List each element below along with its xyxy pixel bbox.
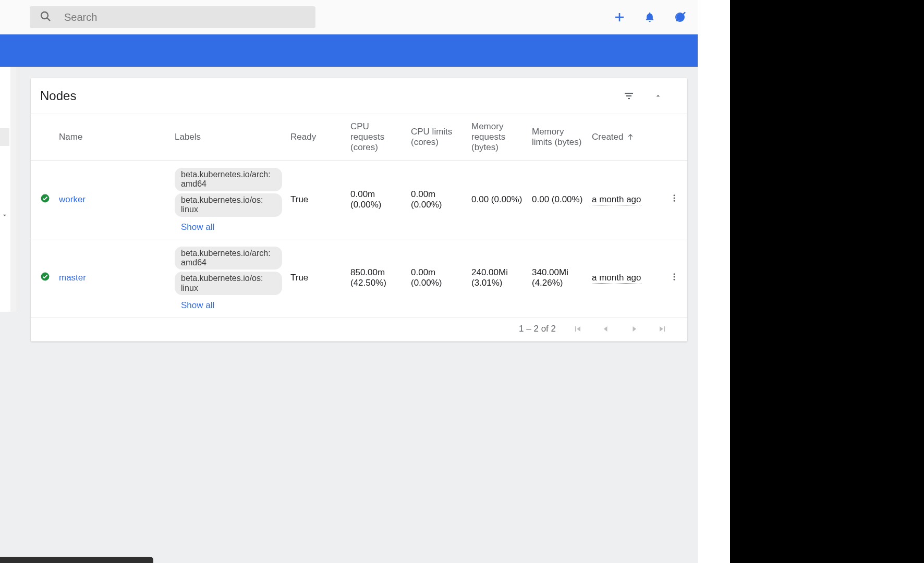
label-chip: beta.kubernetes.io/arch: amd64 [175, 168, 282, 191]
cell-cpu-req: 0.00m (0.00%) [346, 161, 407, 239]
nodes-table: Name Labels Ready CPU requests (cores) C… [31, 114, 687, 317]
dark-theme-disabled-icon[interactable] [673, 10, 687, 25]
cell-mem-lim: 0.00 (0.00%) [528, 161, 588, 239]
svg-point-14 [674, 276, 675, 277]
table-row: worker beta.kubernetes.io/arch: amd64bet… [31, 161, 687, 239]
card-title: Nodes [40, 89, 76, 103]
node-link[interactable]: master [59, 273, 86, 283]
page-next-icon[interactable] [628, 323, 640, 335]
col-cpu-req[interactable]: CPU requests (cores) [346, 114, 407, 161]
page-prev-icon[interactable] [600, 323, 612, 335]
table-row: master beta.kubernetes.io/arch: amd64bet… [31, 239, 687, 317]
window-right-margin [698, 0, 924, 563]
row-actions-icon[interactable] [670, 272, 679, 282]
col-name[interactable]: Name [55, 114, 171, 161]
cell-cpu-req: 850.00m (42.50%) [346, 239, 407, 317]
node-link[interactable]: worker [59, 194, 86, 204]
secondary-toolbar [0, 34, 698, 67]
col-mem-lim[interactable]: Memory limits (bytes) [528, 114, 588, 161]
svg-line-1 [47, 18, 51, 21]
svg-point-13 [674, 273, 675, 275]
sort-asc-icon [626, 133, 635, 141]
svg-point-9 [674, 195, 675, 197]
col-created[interactable]: Created [588, 114, 661, 161]
filter-icon[interactable] [621, 88, 637, 104]
cell-cpu-lim: 0.00m (0.00%) [407, 161, 467, 239]
create-icon[interactable] [612, 10, 627, 25]
cell-mem-req: 240.00Mi (3.01%) [467, 239, 528, 317]
col-mem-req[interactable]: Memory requests (bytes) [467, 114, 528, 161]
left-rail [0, 67, 17, 312]
col-labels[interactable]: Labels [171, 114, 286, 161]
status-ok-icon [40, 274, 50, 284]
label-chip: beta.kubernetes.io/arch: amd64 [175, 247, 282, 270]
svg-point-15 [674, 279, 675, 280]
label-chip: beta.kubernetes.io/os: linux [175, 193, 282, 217]
nodes-card: Nodes Name Labels Ready CPU requests (co… [31, 78, 687, 341]
snackbar [0, 557, 153, 563]
pagination: 1 – 2 of 2 [31, 317, 687, 341]
notifications-icon[interactable] [642, 10, 657, 25]
cell-mem-lim: 340.00Mi (4.26%) [528, 239, 588, 317]
svg-point-10 [674, 198, 675, 199]
svg-point-11 [674, 200, 675, 202]
col-ready[interactable]: Ready [286, 114, 346, 161]
chevron-down-icon[interactable] [1, 212, 8, 221]
search-input[interactable] [64, 11, 306, 23]
search-box[interactable] [30, 6, 315, 28]
col-cpu-lim[interactable]: CPU limits (cores) [407, 114, 467, 161]
topbar [0, 0, 698, 34]
cell-created[interactable]: a month ago [592, 194, 641, 205]
show-all-link[interactable]: Show all [175, 297, 221, 312]
search-icon [39, 10, 52, 25]
show-all-link[interactable]: Show all [175, 219, 221, 234]
status-ok-icon [40, 195, 50, 205]
col-created-label: Created [592, 132, 623, 142]
svg-point-0 [41, 12, 48, 19]
cell-mem-req: 0.00 (0.00%) [467, 161, 528, 239]
row-actions-icon[interactable] [670, 193, 679, 203]
cell-cpu-lim: 0.00m (0.00%) [407, 239, 467, 317]
cell-ready: True [286, 239, 346, 317]
page-first-icon[interactable] [572, 323, 584, 335]
label-chip: beta.kubernetes.io/os: linux [175, 272, 282, 295]
collapse-icon[interactable] [650, 88, 666, 104]
cell-created[interactable]: a month ago [592, 273, 641, 284]
cell-ready: True [286, 161, 346, 239]
pagination-range: 1 – 2 of 2 [519, 324, 556, 334]
card-header: Nodes [31, 78, 687, 114]
page-last-icon[interactable] [656, 323, 668, 335]
